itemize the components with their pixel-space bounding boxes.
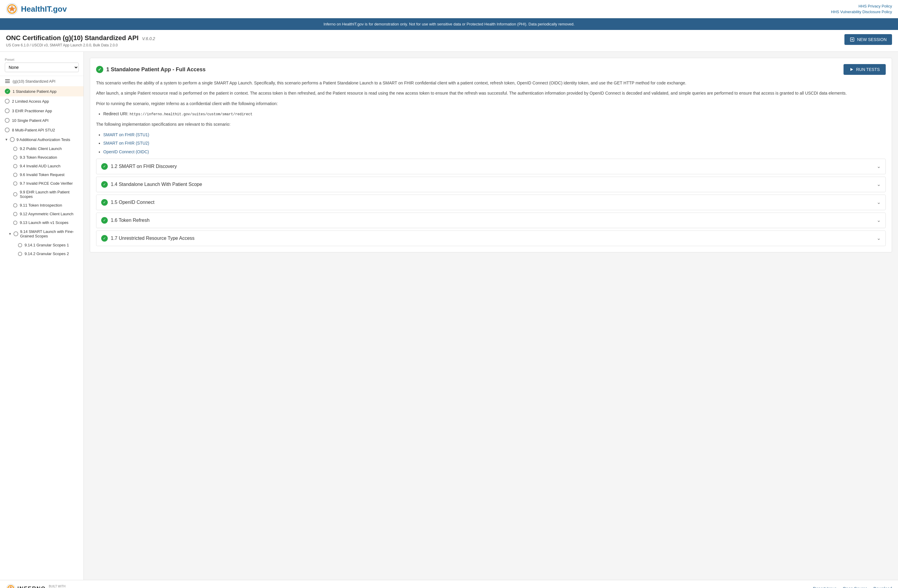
- preset-label: Preset: [5, 58, 79, 62]
- radio-invalid-pkce: [13, 182, 17, 186]
- sidebar-item-token-introspection[interactable]: 9.11 Token Introspection: [0, 201, 83, 209]
- impl-links-list: SMART on FHIR (STU1) SMART on FHIR (STU2…: [103, 131, 886, 155]
- sidebar-section-additional-auth[interactable]: ▼ 9 Additional Authorization Tests: [0, 135, 83, 144]
- radio-single-patient: [5, 118, 9, 123]
- section-check-icon-5: [101, 235, 108, 242]
- header: HealthIT.gov HHS Privacy Policy HHS Vuln…: [0, 0, 898, 18]
- version-label: V.6.0.2: [142, 36, 155, 41]
- section-token-refresh-header[interactable]: 1.6 Token Refresh ⌄: [96, 213, 886, 228]
- list-icon: [5, 79, 10, 84]
- radio-launch-v1: [13, 221, 17, 225]
- sidebar-item-launch-v1-scopes[interactable]: 9.13 Launch with v1 Scopes: [0, 218, 83, 227]
- footer-logo: INFERNO: [6, 584, 46, 588]
- section-standalone-launch: 1.4 Standalone Launch With Patient Scope…: [96, 177, 886, 192]
- page-title: ONC Certification (g)(10) Standardized A…: [6, 34, 138, 42]
- new-session-icon: [850, 37, 855, 42]
- section-check-icon-4: [101, 217, 108, 224]
- chevron-down-icon: ▼: [5, 138, 8, 141]
- report-issue-link[interactable]: Report Issue: [813, 586, 836, 588]
- inferno-text: INFERNO: [17, 586, 46, 588]
- privacy-policy-link[interactable]: HHS Privacy Policy: [858, 4, 892, 8]
- sidebar: Preset None (g)(10) Standardized API 1 S…: [0, 52, 84, 580]
- section-standalone-launch-title: 1.4 Standalone Launch With Patient Scope: [101, 181, 202, 188]
- section-unrestricted-access-header[interactable]: 1.7 Unrestricted Resource Type Access ⌄: [96, 231, 886, 246]
- preset-section: Preset None: [0, 55, 83, 76]
- vulnerability-disclosure-link[interactable]: HHS Vulnerability Disclosure Policy: [831, 9, 892, 14]
- section-openid-connect: 1.5 OpenID Connect ⌄: [96, 195, 886, 210]
- section-smart-discovery-header[interactable]: 1.2 SMART on FHIR Discovery ⌄: [96, 159, 886, 174]
- play-icon: [849, 67, 854, 72]
- radio-token-introspection: [13, 203, 17, 208]
- footer: INFERNO BUILT WITH V.0.4.42 API Report I…: [0, 580, 898, 588]
- impl-link-oidc[interactable]: OpenID Connect (OIDC): [103, 149, 149, 154]
- footer-right: Report Issue Open Source Download: [813, 586, 892, 588]
- chevron-down-4: ⌄: [877, 217, 881, 223]
- radio-token-revocation: [13, 155, 17, 160]
- section-unrestricted-access-title: 1.7 Unrestricted Resource Type Access: [101, 235, 195, 242]
- svg-rect-9: [5, 82, 10, 83]
- chevron-down-1: ⌄: [877, 163, 881, 169]
- logo-text: HealthIT.gov: [21, 5, 67, 14]
- sidebar-item-invalid-pkce[interactable]: 9.7 Invalid PKCE Code Verifier: [0, 179, 83, 188]
- radio-ehr-launch-patient: [13, 192, 17, 196]
- radio-asymmetric-client: [13, 212, 17, 216]
- section-token-refresh: 1.6 Token Refresh ⌄: [96, 212, 886, 228]
- sidebar-item-limited-access-app[interactable]: 2 Limited Access App: [0, 96, 83, 106]
- section-standalone-launch-header[interactable]: 1.4 Standalone Launch With Patient Scope…: [96, 177, 886, 192]
- info-banner: Inferno on HealthIT.gov is for demonstra…: [0, 18, 898, 30]
- radio-granular-2: [18, 252, 22, 256]
- chevron-down-icon-smart: ▼: [8, 232, 12, 236]
- inferno-logo-icon: [6, 584, 15, 588]
- impl-link-stu2[interactable]: SMART on FHIR (STU2): [103, 141, 149, 146]
- svg-rect-8: [5, 81, 10, 82]
- radio-public-client: [13, 147, 17, 151]
- radio-invalid-token: [13, 173, 17, 177]
- sidebar-item-invalid-aud-launch[interactable]: 9.4 Invalid AUD Launch: [0, 162, 83, 170]
- header-links: HHS Privacy Policy HHS Vulnerability Dis…: [831, 4, 892, 14]
- title-bar: ONC Certification (g)(10) Standardized A…: [0, 30, 898, 52]
- preset-select[interactable]: None: [5, 63, 79, 72]
- content-card: 1 Standalone Patient App - Full Access R…: [90, 58, 892, 252]
- sidebar-item-granular-scopes-1[interactable]: 9.14.1 Granular Scopes 1: [0, 241, 83, 249]
- section-smart-discovery: 1.2 SMART on FHIR Discovery ⌄: [96, 159, 886, 174]
- section-check-icon-2: [101, 181, 108, 188]
- description-para-2: After launch, a simple Patient resource …: [96, 90, 886, 96]
- section-openid-connect-header[interactable]: 1.5 OpenID Connect ⌄: [96, 195, 886, 210]
- check-icon: [5, 89, 10, 94]
- impl-specs-label: The following implementation specificati…: [96, 121, 886, 128]
- sidebar-item-public-client-launch[interactable]: 9.2 Public Client Launch: [0, 144, 83, 153]
- radio-limited-access: [5, 99, 9, 103]
- sidebar-item-standalone-patient-app[interactable]: 1 Standalone Patient App: [0, 86, 83, 96]
- sidebar-item-ehr-practitioner-app[interactable]: 3 EHR Practitioner App: [0, 106, 83, 115]
- description-para-3: Prior to running the scenario, register …: [96, 100, 886, 107]
- chevron-down-3: ⌄: [877, 199, 881, 205]
- footer-left: INFERNO BUILT WITH V.0.4.42 API: [6, 584, 74, 588]
- section-unrestricted-access: 1.7 Unrestricted Resource Type Access ⌄: [96, 231, 886, 246]
- chevron-down-5: ⌄: [877, 236, 881, 241]
- sidebar-item-invalid-token-request[interactable]: 9.6 Invalid Token Request: [0, 170, 83, 179]
- sidebar-item-token-revocation[interactable]: 9.3 Token Revocation: [0, 153, 83, 162]
- main-content: 1 Standalone Patient App - Full Access R…: [84, 52, 898, 580]
- radio-smart-launch: [14, 231, 18, 236]
- impl-link-stu1[interactable]: SMART on FHIR (STU1): [103, 132, 149, 137]
- built-with-label: BUILT WITH: [49, 584, 74, 588]
- run-tests-button[interactable]: RUN TESTS: [844, 64, 886, 75]
- new-session-button[interactable]: NEW SESSION: [844, 34, 892, 45]
- sidebar-item-single-patient-api[interactable]: 10 Single Patient API: [0, 115, 83, 125]
- download-link[interactable]: Download: [873, 586, 892, 588]
- open-source-link[interactable]: Open Source: [843, 586, 867, 588]
- sidebar-item-granular-scopes-2[interactable]: 9.14.2 Granular Scopes 2: [0, 249, 83, 258]
- redirect-label: Redirect URI:: [103, 111, 128, 116]
- section-token-refresh-title: 1.6 Token Refresh: [101, 217, 150, 224]
- sidebar-item-multi-patient-api[interactable]: 8 Multi-Patient API STU2: [0, 125, 83, 135]
- redirect-item: Redirect URI: https://inferno.healthit.g…: [103, 111, 886, 117]
- sidebar-section-smart-launch[interactable]: ▼ 9.14 SMART Launch with Fine-Grained Sc…: [0, 227, 83, 241]
- svg-marker-10: [850, 68, 853, 71]
- footer-version-section: BUILT WITH V.0.4.42 API: [49, 584, 74, 588]
- card-check-icon: [96, 66, 103, 73]
- card-title: 1 Standalone Patient App - Full Access: [96, 66, 206, 73]
- healthit-logo-icon: [6, 3, 18, 15]
- sidebar-item-asymmetric-client[interactable]: 9.12 Asymmetric Client Launch: [0, 209, 83, 218]
- card-body: This scenario verifies the ability of a …: [96, 80, 886, 155]
- sidebar-item-ehr-launch-patient[interactable]: 9.9 EHR Launch with Patient Scopes: [0, 188, 83, 201]
